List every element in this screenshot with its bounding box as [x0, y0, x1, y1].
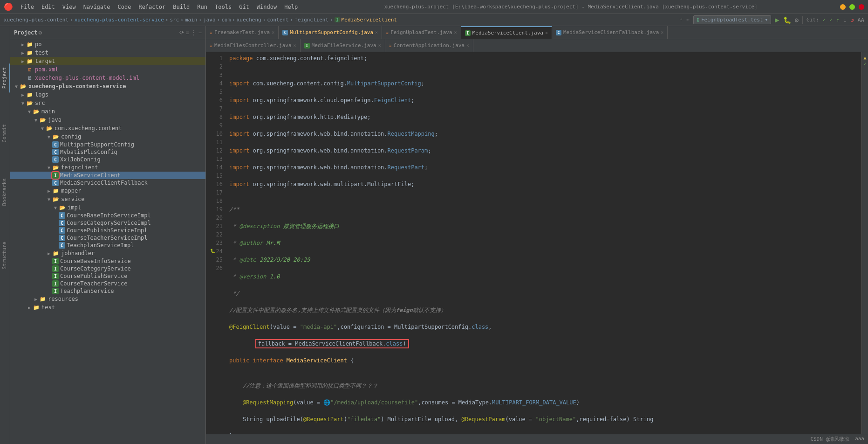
- tab-mediafileservice[interactable]: I MediaFileService.java ×: [301, 39, 385, 52]
- crumb-9[interactable]: feignclient: [294, 17, 328, 23]
- tree-item-coursebaseinfoimpl[interactable]: C CourseBaseInfoServiceImpl: [10, 212, 205, 219]
- tree-item-multipartsupportconfig[interactable]: C MultipartSupportConfig: [10, 141, 205, 148]
- tab-close-icon[interactable]: ×: [378, 43, 381, 48]
- tab-mediaserviceclientfallback[interactable]: C MediaServiceClientFallback.java ×: [552, 26, 668, 39]
- bookmarks-tab[interactable]: Bookmarks: [0, 174, 10, 210]
- tree-item-courseteacherservice[interactable]: I CourseTeacherService: [10, 280, 205, 287]
- tree-item-mediaserviceclientfallback[interactable]: C MediaServiceClientFallback: [10, 179, 205, 187]
- tree-item-teachplanservice[interactable]: I TeachplanService: [10, 287, 205, 295]
- minimize-button[interactable]: [840, 4, 846, 10]
- tree-item-impl[interactable]: ▼ 📂 impl: [10, 203, 205, 212]
- tree-item-courseteacherimpl[interactable]: C CourseTeacherServiceImpl: [10, 234, 205, 242]
- tab-close-icon[interactable]: ×: [272, 30, 274, 35]
- tree-item-content-service[interactable]: ▼ 📂 xuecheng-plus-content-service: [10, 82, 205, 90]
- tree-item-target[interactable]: ▶ 📁 target: [10, 57, 205, 65]
- project-title: Project: [14, 29, 38, 36]
- tab-close-icon[interactable]: ×: [661, 30, 663, 35]
- tree-label: config: [61, 133, 81, 140]
- folder-icon: 📁: [26, 41, 34, 48]
- font-adjust[interactable]: AA: [858, 17, 864, 23]
- build-button[interactable]: ⚙: [795, 16, 799, 24]
- git-rollback[interactable]: ↺: [850, 17, 854, 23]
- tab-freemaker[interactable]: ☕ FreemakerTest.java ×: [206, 26, 279, 39]
- code-line-11: /**: [229, 205, 858, 214]
- settings-icon[interactable]: ⋮: [191, 29, 197, 36]
- tree-item-test-src[interactable]: ▶ 📁 test: [10, 303, 205, 312]
- menu-navigate[interactable]: Navigate: [80, 3, 114, 11]
- menu-view[interactable]: View: [59, 3, 80, 11]
- tab-multipartsupport[interactable]: C MultipartSupportConfig.java ×: [279, 26, 382, 39]
- menu-file[interactable]: File: [17, 3, 38, 11]
- menu-build[interactable]: Build: [169, 3, 193, 11]
- crumb-7[interactable]: xuecheng: [237, 17, 261, 23]
- tree-item-coursebaseinfo[interactable]: I CourseBaseInfoService: [10, 257, 205, 265]
- tree-item-iml[interactable]: 🗎 xuecheng-plus-content-model.iml: [10, 74, 205, 82]
- tree-label: MybatisPlusConfig: [60, 149, 117, 155]
- tree-item-feignclient[interactable]: ▼ 📂 feignclient: [10, 163, 205, 172]
- tree-item-mybatisplusconfig[interactable]: C MybatisPlusConfig: [10, 148, 205, 156]
- menu-refactor[interactable]: Refactor: [135, 3, 169, 11]
- run-button[interactable]: ▶: [775, 15, 779, 24]
- tree-item-test[interactable]: ▶ 📁 test: [10, 49, 205, 57]
- tree-item-src[interactable]: ▼ 📂 src: [10, 99, 205, 107]
- tree-item-main[interactable]: ▼ 📂 main: [10, 107, 205, 116]
- git-push[interactable]: ↑: [836, 17, 840, 23]
- tab-close-icon[interactable]: ×: [466, 43, 469, 48]
- crumb-6[interactable]: com: [221, 17, 231, 23]
- tree-item-resources[interactable]: ▶ 📁 resources: [10, 295, 205, 303]
- crumb-3[interactable]: src: [170, 17, 179, 23]
- menu-edit[interactable]: Edit: [38, 3, 59, 11]
- tab-close-icon[interactable]: ×: [294, 43, 296, 48]
- code-editor[interactable]: package com.xuecheng.content.feignclient…: [226, 52, 861, 434]
- collapse-icon[interactable]: ≡: [186, 29, 189, 36]
- tree-item-coursepublishservice[interactable]: I CoursePublishService: [10, 272, 205, 280]
- crumb-1[interactable]: xuecheng-plus-content: [4, 17, 68, 23]
- crumb-4[interactable]: main: [185, 17, 198, 23]
- structure-tab[interactable]: Structure: [0, 238, 10, 273]
- project-tab[interactable]: Project: [0, 63, 10, 92]
- tree-item-service[interactable]: ▼ 📂 service: [10, 195, 205, 203]
- tree-item-teachplanimpl[interactable]: C TeachplanServiceImpl: [10, 242, 205, 249]
- menu-tools[interactable]: Tools: [211, 3, 235, 11]
- menu-code[interactable]: Code: [114, 3, 135, 11]
- debug-button[interactable]: 🐛: [783, 16, 791, 24]
- tab-close-icon[interactable]: ×: [375, 30, 378, 35]
- tab-mediaserviceclient[interactable]: I MediaServiceClient.java ×: [461, 26, 552, 39]
- tree-item-coursecategoryservice[interactable]: I CourseCategoryService: [10, 265, 205, 272]
- tree-item-com-xuecheng[interactable]: ▼ 📂 com.xuecheng.content: [10, 124, 205, 132]
- tab-feignupload[interactable]: ☕ FeignUploadTest.java ×: [382, 26, 461, 39]
- maximize-button[interactable]: [849, 4, 855, 10]
- tab-contentapplication[interactable]: ☕ ContentApplication.java ×: [385, 39, 473, 52]
- tree-item-coursecategoryimpl[interactable]: C CourseCategoryServiceImpl: [10, 219, 205, 227]
- tab-close-icon[interactable]: ×: [454, 30, 457, 35]
- sync-icon[interactable]: ⟳: [179, 29, 184, 36]
- menu-run[interactable]: Run: [193, 3, 211, 11]
- tree-item-jobhandler[interactable]: ▶ 📁 jobhandler: [10, 249, 205, 257]
- crumb-8[interactable]: content: [267, 17, 288, 23]
- tab-mediafilescontroller[interactable]: ☕ MediaFilesController.java ×: [206, 39, 301, 52]
- menu-help[interactable]: Help: [280, 3, 301, 11]
- crumb-5[interactable]: java: [203, 17, 216, 23]
- crumb-2[interactable]: xuecheng-plus-content-service: [75, 17, 164, 23]
- tree-item-xxljobconfig[interactable]: C XxlJobConfig: [10, 156, 205, 163]
- tree-item-mapper[interactable]: ▶ 📁 mapper: [10, 187, 205, 195]
- menu-window[interactable]: Window: [253, 3, 280, 11]
- minimize-panel-icon[interactable]: −: [198, 29, 202, 36]
- git-pull[interactable]: ↓: [843, 17, 847, 23]
- tree-item-mediaserviceclient[interactable]: I MediaServiceClient: [10, 172, 205, 179]
- git-check[interactable]: ✓: [823, 17, 826, 23]
- tree-item-logs[interactable]: ▶ 📁 logs: [10, 90, 205, 99]
- close-button[interactable]: [859, 4, 864, 10]
- crumb-10[interactable]: MediaServiceClient: [342, 17, 397, 23]
- tree-item-coursepublishimpl[interactable]: C CoursePublishServiceImpl: [10, 227, 205, 234]
- menu-git[interactable]: Git: [235, 3, 253, 11]
- feign-dropdown[interactable]: I FeignUploadTest.test ▾: [693, 15, 771, 24]
- tree-item-java[interactable]: ▼ 📂 java: [10, 116, 205, 124]
- tree-item-pomxml[interactable]: 🗎 pom.xml: [10, 65, 205, 74]
- tree-item-po[interactable]: ▶ 📁 po: [10, 40, 205, 49]
- navigate-back[interactable]: ←: [686, 17, 690, 23]
- commit-tab[interactable]: Commit: [0, 120, 10, 146]
- git-check2[interactable]: ✓: [829, 17, 833, 23]
- tab-close-icon[interactable]: ×: [545, 30, 548, 35]
- tree-item-config[interactable]: ▼ 📂 config: [10, 132, 205, 141]
